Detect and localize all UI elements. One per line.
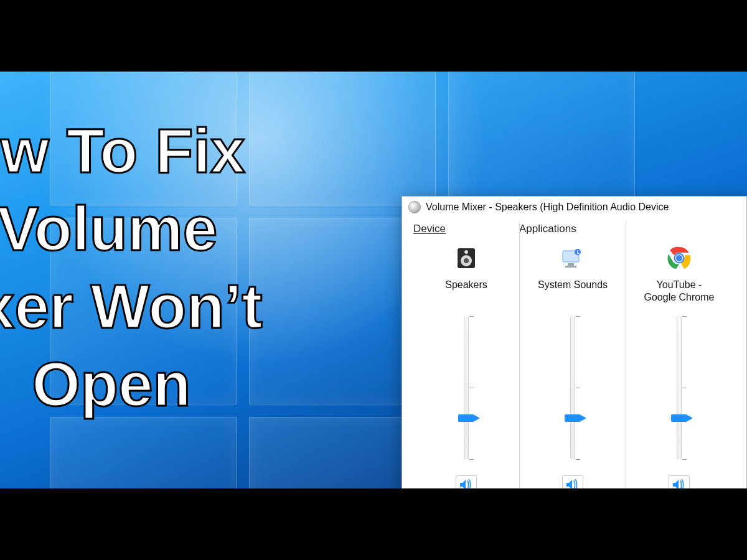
channel-label: Speakers [445, 279, 487, 305]
svg-point-11 [676, 255, 682, 261]
letterbox-top [0, 0, 747, 72]
svg-rect-6 [565, 266, 576, 268]
section-labels: Device Applications [402, 223, 746, 235]
volume-slider-system-sounds[interactable] [561, 316, 584, 459]
tutorial-headline: ow To Fix Volume ixer Won’t Open [0, 112, 263, 423]
letterbox-bottom [0, 488, 747, 560]
speakers-device-icon[interactable] [452, 244, 481, 273]
headline-line3: ixer Won’t [0, 271, 263, 341]
svg-point-3 [464, 250, 468, 254]
volume-slider-speakers[interactable] [455, 316, 477, 459]
volume-slider-chrome[interactable] [668, 316, 690, 459]
headline-line2: Volume [0, 194, 217, 263]
svg-point-2 [464, 258, 469, 263]
channel-label: System Sounds [538, 279, 608, 305]
channel-label: YouTube - Google Chrome [644, 279, 715, 305]
headline-line1: ow To Fix [0, 116, 245, 185]
volume-mixer-icon [408, 201, 421, 213]
window-title: Volume Mixer - Speakers (High Definition… [426, 202, 669, 213]
titlebar[interactable]: Volume Mixer - Speakers (High Definition… [402, 197, 746, 217]
chrome-icon[interactable] [665, 244, 693, 273]
section-applications-label: Applications [519, 223, 735, 235]
section-device-label: Device [413, 223, 519, 235]
svg-rect-5 [568, 263, 574, 266]
system-sounds-icon[interactable] [558, 244, 587, 273]
headline-line4: Open [32, 349, 191, 419]
